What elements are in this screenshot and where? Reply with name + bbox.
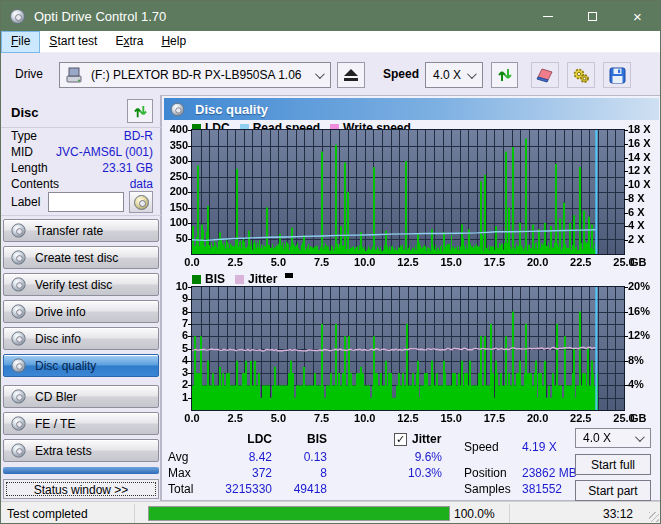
legend-marker xyxy=(285,273,293,278)
axis-tick-label: 10 X xyxy=(628,178,651,190)
axis-tick-label: 7 xyxy=(162,317,188,329)
eject-button[interactable] xyxy=(337,62,365,88)
total-ldc-value: 3215330 xyxy=(212,482,272,496)
disc-panel-title: Disc xyxy=(11,105,38,120)
disc-contents-value: data xyxy=(130,177,153,191)
chevron-down-icon xyxy=(315,69,325,79)
axis-tick-label: 5.0 xyxy=(258,256,298,268)
ldc-column-header: LDC xyxy=(240,432,272,446)
disc-quality-panel: Disc quality LDCRead speedWrite speed 40… xyxy=(161,95,661,501)
disc-length-label: Length xyxy=(11,161,48,175)
axis-tick-label: 2 X xyxy=(628,233,645,245)
drive-select-value: (F:) PLEXTOR BD-R PX-LB950SA 1.06 xyxy=(91,68,302,82)
disc-contents-label: Contents xyxy=(11,177,59,191)
axis-tick-label: 6 X xyxy=(628,206,645,218)
test-speed-select-value: 4.0 X xyxy=(583,431,611,445)
sidebar-item-fe-te[interactable]: FE / TE xyxy=(3,412,159,435)
menu-file[interactable]: File xyxy=(1,31,40,53)
start-full-button[interactable]: Start full xyxy=(575,454,651,475)
progress-bar xyxy=(148,506,450,521)
axis-tick-label: 18 X xyxy=(628,123,651,135)
cd-icon xyxy=(171,102,185,116)
sidebar-item-drive-info[interactable]: Drive info xyxy=(3,300,159,323)
axis-tick-label: 9 xyxy=(162,292,188,304)
jitter-column-header: Jitter xyxy=(412,432,441,446)
disc-length-value: 23.31 GB xyxy=(102,161,153,175)
progress-fill xyxy=(149,507,449,520)
status-window-button[interactable]: Status window >> xyxy=(3,479,159,499)
chevron-down-icon xyxy=(635,432,645,442)
disc-type-label: Type xyxy=(11,129,37,143)
axis-tick-label: 1 xyxy=(162,391,188,403)
test-speed-select[interactable]: 4.0 X xyxy=(575,428,651,448)
disc-label-button[interactable] xyxy=(129,191,153,213)
legend-label: Jitter xyxy=(248,272,277,286)
speed-stat-label: Speed xyxy=(464,440,499,454)
disc-refresh-button[interactable] xyxy=(127,99,153,123)
disc-contents-row: Contents data xyxy=(11,177,153,191)
cd-icon xyxy=(11,358,25,372)
max-ldc-value: 372 xyxy=(212,466,272,480)
axis-tick-label: 350 xyxy=(162,139,188,151)
axis-tick-label: 22.5 xyxy=(561,256,601,268)
disc-length-row: Length 23.31 GB xyxy=(11,161,153,175)
axis-tick-label: 12 X xyxy=(628,164,651,176)
axis-tick-label: 4% xyxy=(628,378,644,390)
axis-tick-label: 8% xyxy=(628,354,644,366)
axis-tick-label: 0.0 xyxy=(172,256,212,268)
close-button[interactable]: × xyxy=(615,1,660,31)
cd-icon xyxy=(11,331,25,345)
cd-icon xyxy=(11,304,25,318)
panel-title: Disc quality xyxy=(195,102,268,117)
save-icon xyxy=(609,67,626,84)
ldc-chart-canvas xyxy=(192,130,624,254)
sidebar-item-transfer-rate[interactable]: Transfer rate xyxy=(3,219,159,242)
sidebar-item-create-test-disc[interactable]: Create test disc xyxy=(3,246,159,269)
axis-tick-label: 20% xyxy=(628,280,650,292)
axis-tick-label: 150 xyxy=(162,201,188,213)
minimize-button[interactable] xyxy=(525,1,570,31)
drive-select[interactable]: (F:) PLEXTOR BD-R PX-LB950SA 1.06 xyxy=(59,62,331,88)
erase-disc-button[interactable] xyxy=(531,62,559,88)
statusbar-separator xyxy=(509,504,510,524)
start-part-button[interactable]: Start part xyxy=(575,480,651,501)
axis-tick-label: 8 xyxy=(162,305,188,317)
refresh-button[interactable] xyxy=(491,62,518,88)
axis-tick-label: 5.0 xyxy=(258,412,298,424)
sidebar-item-cd-bler[interactable]: CD Bler xyxy=(3,385,159,408)
axis-tick-label: 17.5 xyxy=(474,256,514,268)
total-bis-value: 49418 xyxy=(277,482,327,496)
menu-start-test[interactable]: Start test xyxy=(40,31,106,53)
axis-tick-label: 2 xyxy=(162,378,188,390)
axis-tick-label: 16% xyxy=(628,305,650,317)
jitter-checkbox[interactable]: ✓ xyxy=(394,433,407,446)
menu-help[interactable]: Help xyxy=(152,31,195,53)
speed-select[interactable]: 4.0 X xyxy=(425,62,483,88)
sidebar-item-verify-test-disc[interactable]: Verify test disc xyxy=(3,273,159,296)
disc-mid-row: MID JVC-AMS6L (001) xyxy=(11,145,153,159)
cd-icon xyxy=(11,443,25,457)
save-button[interactable] xyxy=(603,62,631,88)
settings-button[interactable] xyxy=(567,62,595,88)
cd-icon xyxy=(134,195,149,210)
sidebar-item-disc-quality[interactable]: Disc quality xyxy=(3,354,159,377)
sidebar-accent-strip xyxy=(3,467,159,474)
legend-swatch xyxy=(192,275,201,284)
maximize-button[interactable] xyxy=(570,1,615,31)
axis-tick-label: 10 xyxy=(162,280,188,292)
max-jitter-value: 10.3% xyxy=(392,466,442,480)
sidebar-item-disc-info[interactable]: Disc info xyxy=(3,327,159,350)
axis-tick-label: 22.5 xyxy=(561,412,601,424)
bis-jitter-chart-x-axis: 0.02.55.07.510.012.515.017.520.022.525.0… xyxy=(162,412,661,426)
disc-label-input[interactable] xyxy=(48,192,124,212)
sidebar-item-extra-tests[interactable]: Extra tests xyxy=(3,439,159,462)
axis-tick-label: 15.0 xyxy=(431,412,471,424)
resize-grip[interactable] xyxy=(649,512,659,522)
axis-tick-label: 10.0 xyxy=(345,256,385,268)
cd-icon xyxy=(11,416,25,430)
menu-extra[interactable]: Extra xyxy=(106,31,152,53)
axis-tick-label: 400 xyxy=(162,123,188,135)
status-text: Test completed xyxy=(7,507,88,521)
disc-label-row: Label xyxy=(11,191,153,213)
axis-tick-label: 6 xyxy=(162,329,188,341)
